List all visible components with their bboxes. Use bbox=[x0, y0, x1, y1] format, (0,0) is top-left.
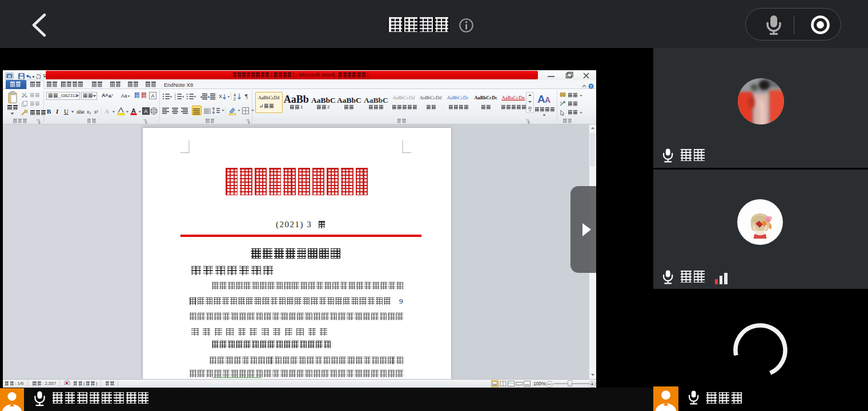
svg-text:?: ? bbox=[590, 84, 592, 88]
svg-text:A: A bbox=[131, 107, 136, 114]
svg-text:1: 1 bbox=[174, 98, 176, 100]
svg-text:A: A bbox=[537, 93, 545, 104]
svg-text:A: A bbox=[545, 95, 550, 104]
svg-text:A: A bbox=[151, 93, 154, 99]
svg-text:X: X bbox=[219, 94, 222, 99]
svg-text:Z: Z bbox=[234, 97, 236, 101]
svg-text:A: A bbox=[144, 108, 148, 114]
svg-text:W: W bbox=[7, 74, 11, 78]
